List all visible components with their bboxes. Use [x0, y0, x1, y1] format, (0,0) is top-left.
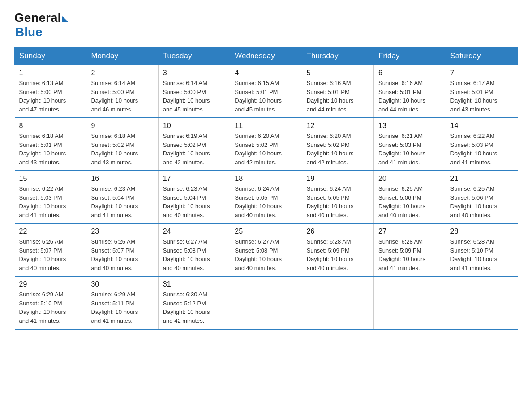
- calendar-cell: 1 Sunrise: 6:13 AM Sunset: 5:00 PM Dayli…: [15, 65, 86, 118]
- calendar-cell: 31 Sunrise: 6:30 AM Sunset: 5:12 PM Dayl…: [158, 276, 230, 329]
- calendar-cell: 3 Sunrise: 6:14 AM Sunset: 5:00 PM Dayli…: [158, 65, 230, 118]
- day-info: Sunrise: 6:16 AM Sunset: 5:01 PM Dayligh…: [378, 79, 441, 114]
- day-number: 28: [450, 227, 513, 235]
- day-info: Sunrise: 6:27 AM Sunset: 5:08 PM Dayligh…: [163, 237, 225, 272]
- calendar-cell: 2 Sunrise: 6:14 AM Sunset: 5:00 PM Dayli…: [86, 65, 158, 118]
- logo: General Blue: [14, 11, 68, 39]
- calendar-cell: [230, 276, 302, 329]
- day-number: 27: [378, 227, 441, 235]
- day-info: Sunrise: 6:21 AM Sunset: 5:03 PM Dayligh…: [378, 132, 441, 167]
- page-header: General Blue: [14, 11, 518, 39]
- calendar-cell: [374, 276, 446, 329]
- calendar-cell: 8 Sunrise: 6:18 AM Sunset: 5:01 PM Dayli…: [15, 118, 86, 171]
- calendar-cell: 4 Sunrise: 6:15 AM Sunset: 5:01 PM Dayli…: [230, 65, 302, 118]
- calendar-body: 1 Sunrise: 6:13 AM Sunset: 5:00 PM Dayli…: [15, 65, 518, 330]
- day-info: Sunrise: 6:25 AM Sunset: 5:06 PM Dayligh…: [450, 184, 513, 219]
- day-info: Sunrise: 6:24 AM Sunset: 5:05 PM Dayligh…: [235, 184, 297, 219]
- day-number: 15: [19, 175, 82, 183]
- weekday-header-tuesday: Tuesday: [158, 47, 230, 65]
- day-info: Sunrise: 6:16 AM Sunset: 5:01 PM Dayligh…: [307, 79, 369, 114]
- calendar-cell: 27 Sunrise: 6:28 AM Sunset: 5:09 PM Dayl…: [374, 223, 446, 276]
- day-info: Sunrise: 6:27 AM Sunset: 5:08 PM Dayligh…: [235, 237, 297, 272]
- day-number: 10: [163, 122, 225, 130]
- calendar-cell: 25 Sunrise: 6:27 AM Sunset: 5:08 PM Dayl…: [230, 223, 302, 276]
- day-number: 21: [450, 175, 513, 183]
- calendar-cell: 28 Sunrise: 6:28 AM Sunset: 5:10 PM Dayl…: [446, 223, 517, 276]
- day-number: 29: [19, 280, 82, 288]
- day-info: Sunrise: 6:15 AM Sunset: 5:01 PM Dayligh…: [235, 79, 297, 114]
- day-info: Sunrise: 6:29 AM Sunset: 5:10 PM Dayligh…: [19, 290, 82, 325]
- day-info: Sunrise: 6:24 AM Sunset: 5:05 PM Dayligh…: [307, 184, 369, 219]
- calendar-cell: 13 Sunrise: 6:21 AM Sunset: 5:03 PM Dayl…: [374, 118, 446, 171]
- calendar-cell: [302, 276, 373, 329]
- weekday-header-sunday: Sunday: [15, 47, 86, 65]
- calendar-cell: 29 Sunrise: 6:29 AM Sunset: 5:10 PM Dayl…: [15, 276, 86, 329]
- calendar-cell: 17 Sunrise: 6:23 AM Sunset: 5:04 PM Dayl…: [158, 171, 230, 223]
- day-number: 23: [91, 227, 153, 235]
- calendar-cell: 19 Sunrise: 6:24 AM Sunset: 5:05 PM Dayl…: [302, 171, 373, 223]
- calendar-cell: 18 Sunrise: 6:24 AM Sunset: 5:05 PM Dayl…: [230, 171, 302, 223]
- day-info: Sunrise: 6:28 AM Sunset: 5:09 PM Dayligh…: [378, 237, 441, 272]
- day-info: Sunrise: 6:14 AM Sunset: 5:00 PM Dayligh…: [91, 79, 153, 114]
- day-info: Sunrise: 6:22 AM Sunset: 5:03 PM Dayligh…: [19, 184, 82, 219]
- day-number: 2: [91, 69, 153, 77]
- day-number: 26: [307, 227, 369, 235]
- day-info: Sunrise: 6:26 AM Sunset: 5:07 PM Dayligh…: [19, 237, 82, 272]
- logo-general-text: General: [14, 11, 61, 25]
- day-info: Sunrise: 6:26 AM Sunset: 5:07 PM Dayligh…: [91, 237, 153, 272]
- day-info: Sunrise: 6:23 AM Sunset: 5:04 PM Dayligh…: [163, 184, 225, 219]
- calendar-cell: 5 Sunrise: 6:16 AM Sunset: 5:01 PM Dayli…: [302, 65, 373, 118]
- day-info: Sunrise: 6:25 AM Sunset: 5:06 PM Dayligh…: [378, 184, 441, 219]
- day-info: Sunrise: 6:18 AM Sunset: 5:01 PM Dayligh…: [19, 132, 82, 167]
- day-info: Sunrise: 6:18 AM Sunset: 5:02 PM Dayligh…: [91, 132, 153, 167]
- weekday-header-monday: Monday: [86, 47, 158, 65]
- calendar-cell: 26 Sunrise: 6:28 AM Sunset: 5:09 PM Dayl…: [302, 223, 373, 276]
- calendar-cell: 16 Sunrise: 6:23 AM Sunset: 5:04 PM Dayl…: [86, 171, 158, 223]
- calendar-cell: 21 Sunrise: 6:25 AM Sunset: 5:06 PM Dayl…: [446, 171, 517, 223]
- day-info: Sunrise: 6:29 AM Sunset: 5:11 PM Dayligh…: [91, 290, 153, 325]
- calendar-table: SundayMondayTuesdayWednesdayThursdayFrid…: [14, 47, 518, 330]
- calendar-cell: 12 Sunrise: 6:20 AM Sunset: 5:02 PM Dayl…: [302, 118, 373, 171]
- calendar-cell: 9 Sunrise: 6:18 AM Sunset: 5:02 PM Dayli…: [86, 118, 158, 171]
- calendar-header: SundayMondayTuesdayWednesdayThursdayFrid…: [15, 47, 518, 65]
- day-number: 1: [19, 69, 82, 77]
- day-info: Sunrise: 6:14 AM Sunset: 5:00 PM Dayligh…: [163, 79, 225, 114]
- day-number: 9: [91, 122, 153, 130]
- calendar-week-row: 15 Sunrise: 6:22 AM Sunset: 5:03 PM Dayl…: [15, 171, 518, 223]
- weekday-header-wednesday: Wednesday: [230, 47, 302, 65]
- calendar-cell: 7 Sunrise: 6:17 AM Sunset: 5:01 PM Dayli…: [446, 65, 517, 118]
- day-number: 18: [235, 175, 297, 183]
- day-number: 5: [307, 69, 369, 77]
- logo-blue-text: Blue: [15, 25, 43, 39]
- day-number: 6: [378, 69, 441, 77]
- calendar-cell: 30 Sunrise: 6:29 AM Sunset: 5:11 PM Dayl…: [86, 276, 158, 329]
- weekday-header-thursday: Thursday: [302, 47, 373, 65]
- calendar-cell: 14 Sunrise: 6:22 AM Sunset: 5:03 PM Dayl…: [446, 118, 517, 171]
- day-number: 7: [450, 69, 513, 77]
- calendar-cell: 22 Sunrise: 6:26 AM Sunset: 5:07 PM Dayl…: [15, 223, 86, 276]
- day-number: 11: [235, 122, 297, 130]
- day-number: 4: [235, 69, 297, 77]
- day-number: 3: [163, 69, 225, 77]
- day-info: Sunrise: 6:30 AM Sunset: 5:12 PM Dayligh…: [163, 290, 225, 325]
- day-info: Sunrise: 6:19 AM Sunset: 5:02 PM Dayligh…: [163, 132, 225, 167]
- day-info: Sunrise: 6:13 AM Sunset: 5:00 PM Dayligh…: [19, 79, 82, 114]
- calendar-cell: 11 Sunrise: 6:20 AM Sunset: 5:02 PM Dayl…: [230, 118, 302, 171]
- day-number: 30: [91, 280, 153, 288]
- calendar-cell: 24 Sunrise: 6:27 AM Sunset: 5:08 PM Dayl…: [158, 223, 230, 276]
- day-info: Sunrise: 6:17 AM Sunset: 5:01 PM Dayligh…: [450, 79, 513, 114]
- day-number: 13: [378, 122, 441, 130]
- calendar-cell: 15 Sunrise: 6:22 AM Sunset: 5:03 PM Dayl…: [15, 171, 86, 223]
- calendar-week-row: 29 Sunrise: 6:29 AM Sunset: 5:10 PM Dayl…: [15, 276, 518, 329]
- day-number: 31: [163, 280, 225, 288]
- calendar-cell: 20 Sunrise: 6:25 AM Sunset: 5:06 PM Dayl…: [374, 171, 446, 223]
- calendar-week-row: 8 Sunrise: 6:18 AM Sunset: 5:01 PM Dayli…: [15, 118, 518, 171]
- day-number: 19: [307, 175, 369, 183]
- day-number: 22: [19, 227, 82, 235]
- day-info: Sunrise: 6:22 AM Sunset: 5:03 PM Dayligh…: [450, 132, 513, 167]
- calendar-week-row: 22 Sunrise: 6:26 AM Sunset: 5:07 PM Dayl…: [15, 223, 518, 276]
- logo-arrow-icon: [62, 16, 68, 22]
- day-info: Sunrise: 6:28 AM Sunset: 5:09 PM Dayligh…: [307, 237, 369, 272]
- day-info: Sunrise: 6:28 AM Sunset: 5:10 PM Dayligh…: [450, 237, 513, 272]
- day-number: 25: [235, 227, 297, 235]
